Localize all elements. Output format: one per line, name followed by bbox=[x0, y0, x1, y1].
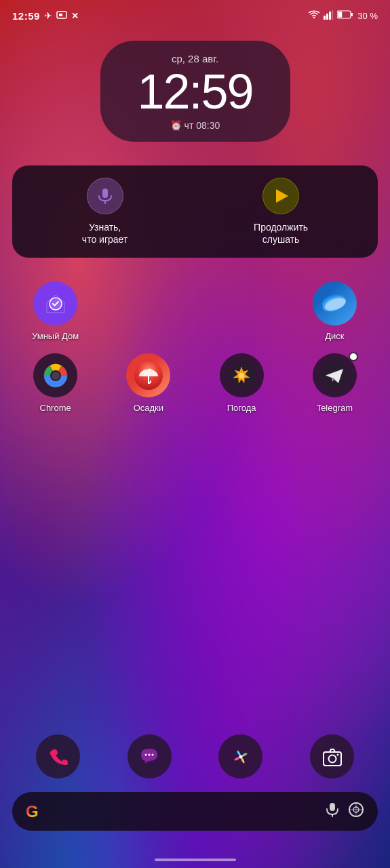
clock-date: ср, 28 авг. bbox=[124, 53, 267, 64]
screen-record-icon bbox=[56, 9, 67, 22]
search-mic-icon[interactable] bbox=[325, 802, 340, 821]
continue-listening-button[interactable]: Продолжитьслушать bbox=[254, 178, 308, 245]
bottom-icons-row bbox=[12, 734, 378, 778]
svg-point-24 bbox=[145, 753, 147, 755]
svg-rect-2 bbox=[324, 16, 326, 20]
svg-point-30 bbox=[336, 753, 338, 755]
svg-rect-7 bbox=[338, 12, 343, 18]
svg-point-29 bbox=[328, 755, 336, 762]
svg-rect-31 bbox=[330, 803, 335, 811]
home-indicator bbox=[155, 859, 236, 861]
app-smart-home[interactable]: Умный Дом bbox=[12, 281, 98, 341]
status-bar: 12:59 ✈ ✕ bbox=[0, 0, 390, 27]
search-bar[interactable]: G bbox=[12, 792, 378, 831]
svg-point-26 bbox=[152, 753, 154, 755]
status-left: 12:59 ✈ ✕ bbox=[12, 9, 79, 22]
osadki-label: Осадки bbox=[134, 403, 163, 413]
app-phone[interactable] bbox=[36, 734, 80, 778]
signal-icon bbox=[324, 10, 333, 22]
wifi-icon bbox=[309, 10, 319, 22]
app-disk[interactable]: Диск bbox=[292, 281, 378, 341]
phone-icon bbox=[36, 734, 80, 778]
svg-point-18 bbox=[52, 372, 60, 380]
svg-point-25 bbox=[149, 753, 151, 755]
svg-rect-1 bbox=[59, 14, 62, 16]
osadki-icon bbox=[126, 353, 170, 397]
svg-point-27 bbox=[239, 755, 242, 758]
chrome-label: Chrome bbox=[40, 403, 71, 413]
svg-rect-8 bbox=[351, 13, 353, 16]
app-messages[interactable] bbox=[128, 734, 172, 778]
weather-icon bbox=[220, 353, 264, 397]
disk-label: Диск bbox=[325, 331, 344, 341]
clock-time: 12:59 bbox=[124, 67, 267, 116]
play-button-icon bbox=[262, 178, 299, 214]
continue-listening-label: Продолжитьслушать bbox=[254, 221, 308, 245]
search-lens-icon[interactable] bbox=[348, 802, 364, 821]
app-chrome[interactable]: Chrome bbox=[12, 353, 98, 413]
app-camera[interactable] bbox=[310, 734, 354, 778]
svg-rect-9 bbox=[102, 189, 108, 198]
disk-icon bbox=[313, 281, 357, 326]
telegram-icon-app bbox=[313, 353, 357, 397]
telegram-icon: ✈ bbox=[44, 10, 52, 21]
app-grid-row1: Умный Дом Диск bbox=[12, 281, 378, 341]
status-time: 12:59 bbox=[12, 10, 40, 22]
telegram-notification-dot bbox=[349, 352, 358, 361]
identify-song-label: Узнать,что играет bbox=[82, 221, 128, 245]
battery-icon bbox=[337, 10, 353, 21]
svg-rect-5 bbox=[332, 10, 333, 20]
pinwheel-icon bbox=[218, 734, 262, 778]
status-right: 30 % bbox=[309, 10, 378, 22]
app-telegram[interactable]: Telegram bbox=[292, 353, 378, 413]
weather-label: Погода bbox=[227, 403, 256, 413]
svg-rect-4 bbox=[329, 12, 331, 20]
app-weather[interactable]: Погода bbox=[199, 353, 285, 413]
chrome-app-icon bbox=[33, 353, 77, 397]
svg-point-22 bbox=[239, 373, 244, 378]
telegram-label: Telegram bbox=[317, 403, 353, 413]
clock-widget: ср, 28 авг. 12:59 ⏰ чт 08:30 bbox=[100, 41, 290, 142]
svg-rect-3 bbox=[326, 14, 328, 20]
app-osadki[interactable]: Осадки bbox=[105, 353, 191, 413]
battery-percent: 30 % bbox=[357, 11, 378, 21]
app-grid-row2: Chrome bbox=[12, 353, 378, 413]
app-pinwheel[interactable] bbox=[218, 734, 262, 778]
camera-icon bbox=[310, 734, 354, 778]
messages-icon bbox=[128, 734, 172, 778]
identify-song-button[interactable]: Узнать,что играет bbox=[82, 178, 128, 245]
google-logo: G bbox=[26, 802, 39, 821]
twitter-x-icon: ✕ bbox=[71, 11, 79, 21]
smart-home-label: Умный Дом bbox=[32, 331, 79, 341]
assistant-widget: Узнать,что играет Продолжитьслушать bbox=[12, 165, 378, 258]
clock-alarm: ⏰ чт 08:30 bbox=[124, 120, 267, 131]
mic-button-icon bbox=[87, 178, 123, 214]
smart-home-icon bbox=[33, 281, 77, 326]
